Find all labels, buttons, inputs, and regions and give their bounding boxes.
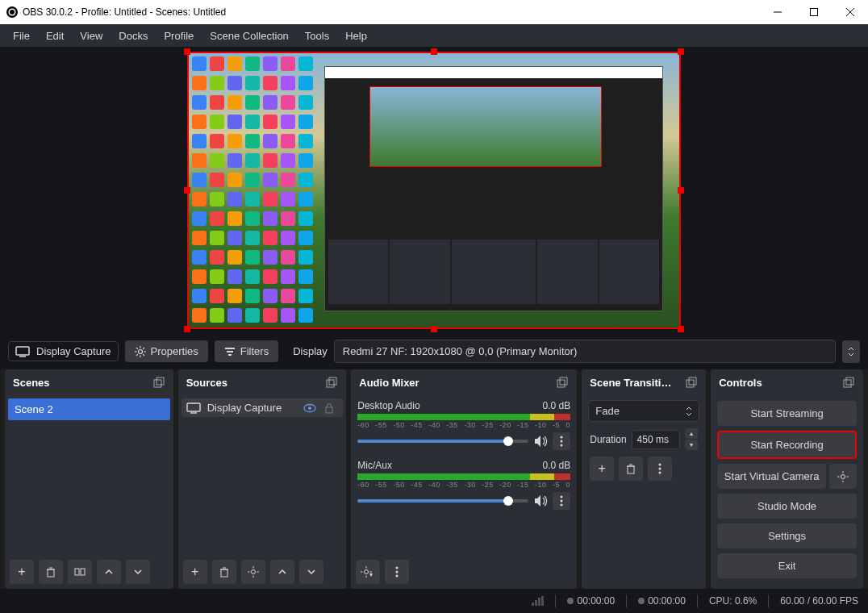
svg-point-1: [10, 10, 15, 15]
svg-rect-26: [81, 569, 85, 575]
transition-properties-button[interactable]: [648, 457, 672, 481]
duration-down[interactable]: ▾: [685, 440, 698, 450]
duration-up[interactable]: ▴: [685, 428, 698, 439]
virtual-camera-settings-button[interactable]: [829, 464, 857, 489]
menu-help[interactable]: Help: [337, 27, 375, 45]
display-icon: [15, 346, 30, 357]
popout-icon[interactable]: [685, 376, 698, 389]
exit-button[interactable]: Exit: [717, 553, 857, 578]
svg-point-68: [841, 474, 845, 478]
scene-item[interactable]: Scene 2: [8, 398, 170, 420]
audio-channel: Mic/Aux0.0 dB -60-55-50-45-40-35-30-25-2…: [354, 458, 574, 511]
transitions-title: Scene Transiti…: [590, 377, 671, 389]
scene-down-button[interactable]: [126, 560, 150, 584]
add-scene-button[interactable]: +: [10, 560, 34, 584]
svg-rect-43: [560, 377, 567, 385]
scene-filters-button[interactable]: [68, 560, 92, 584]
minimize-button[interactable]: [759, 0, 795, 24]
transition-select[interactable]: Fade: [588, 400, 699, 422]
preview-canvas[interactable]: [187, 52, 681, 329]
popout-icon[interactable]: [842, 376, 855, 389]
close-button[interactable]: [832, 0, 868, 24]
resize-handle-tm[interactable]: [431, 48, 437, 55]
audio-mixer-dock: Audio Mixer Desktop Audio0.0 dB -60-55-5…: [351, 369, 577, 589]
maximize-button[interactable]: [795, 0, 832, 24]
scene-up-button[interactable]: [97, 560, 121, 584]
studio-mode-button[interactable]: Studio Mode: [717, 494, 857, 519]
volume-slider[interactable]: [357, 440, 528, 443]
speaker-icon[interactable]: [533, 435, 548, 448]
speaker-icon[interactable]: [533, 494, 548, 507]
source-item[interactable]: Display Capture: [182, 398, 344, 417]
selected-source-name: Display Capture: [36, 345, 111, 357]
svg-rect-58: [686, 380, 694, 387]
svg-rect-66: [844, 380, 851, 387]
menu-profile[interactable]: Profile: [156, 27, 202, 45]
gear-icon: [135, 346, 146, 357]
lock-toggle[interactable]: [323, 402, 338, 414]
duration-input[interactable]: 450 ms: [632, 430, 681, 449]
start-virtual-camera-button[interactable]: Start Virtual Camera: [717, 464, 826, 489]
menu-file[interactable]: File: [5, 27, 38, 45]
remove-source-button[interactable]: [212, 560, 236, 584]
svg-rect-67: [846, 377, 853, 385]
source-properties-button[interactable]: [241, 560, 265, 584]
properties-button[interactable]: Properties: [125, 340, 208, 362]
svg-rect-27: [327, 380, 334, 387]
svg-point-48: [561, 500, 563, 502]
svg-point-65: [659, 472, 661, 474]
menu-view[interactable]: View: [72, 27, 111, 45]
start-streaming-button[interactable]: Start Streaming: [717, 401, 857, 426]
popout-icon[interactable]: [152, 376, 165, 389]
menu-scene-collection[interactable]: Scene Collection: [202, 27, 297, 45]
start-recording-button[interactable]: Start Recording: [717, 431, 857, 459]
channel-menu-button[interactable]: [553, 432, 570, 450]
volume-slider[interactable]: [357, 499, 528, 502]
remove-scene-button[interactable]: [39, 560, 63, 584]
svg-rect-19: [228, 354, 232, 356]
svg-line-15: [143, 348, 144, 349]
source-up-button[interactable]: [270, 560, 294, 584]
svg-rect-25: [75, 569, 79, 575]
svg-point-47: [561, 496, 563, 498]
source-down-button[interactable]: [299, 560, 323, 584]
remove-transition-button[interactable]: [619, 457, 643, 481]
preview-area[interactable]: [0, 47, 868, 333]
resize-handle-mr[interactable]: [678, 187, 684, 194]
display-dropdown[interactable]: Redmi 27 NF: 1920x1080 @ 0,0 (Primary Mo…: [334, 340, 836, 363]
captured-display: [189, 53, 679, 327]
popout-icon[interactable]: [556, 376, 569, 389]
svg-line-16: [136, 354, 138, 356]
resize-handle-ml[interactable]: [184, 187, 190, 194]
svg-point-63: [659, 464, 661, 466]
filters-button[interactable]: Filters: [215, 340, 278, 362]
svg-rect-42: [557, 380, 565, 387]
svg-point-46: [561, 444, 563, 447]
scenes-title: Scenes: [13, 377, 50, 389]
display-dropdown-updown[interactable]: [842, 340, 860, 363]
signal-icon: [532, 596, 544, 606]
menu-edit[interactable]: Edit: [38, 27, 72, 45]
mixer-settings-button[interactable]: ▾: [356, 560, 380, 584]
channel-menu-button[interactable]: [553, 492, 570, 510]
menu-tools[interactable]: Tools: [297, 27, 337, 45]
add-transition-button[interactable]: +: [590, 457, 614, 481]
svg-rect-21: [156, 377, 164, 385]
visibility-toggle[interactable]: [303, 402, 317, 414]
popout-icon[interactable]: [325, 376, 338, 389]
display-icon: [186, 402, 201, 414]
settings-button[interactable]: Settings: [717, 523, 857, 548]
desktop-icons-grid: [189, 53, 318, 327]
resize-handle-br[interactable]: [678, 326, 684, 332]
recursive-obs-window: [324, 66, 663, 311]
svg-point-50: [365, 570, 369, 574]
volume-meter: [357, 414, 570, 420]
resize-handle-tl[interactable]: [184, 48, 190, 55]
add-source-button[interactable]: +: [183, 560, 207, 584]
resize-handle-bm[interactable]: [431, 326, 437, 332]
mixer-menu-button[interactable]: [385, 560, 409, 584]
resize-handle-tr[interactable]: [678, 48, 684, 55]
resize-handle-bl[interactable]: [184, 326, 190, 332]
svg-point-37: [251, 570, 255, 574]
menu-docks[interactable]: Docks: [111, 27, 156, 45]
